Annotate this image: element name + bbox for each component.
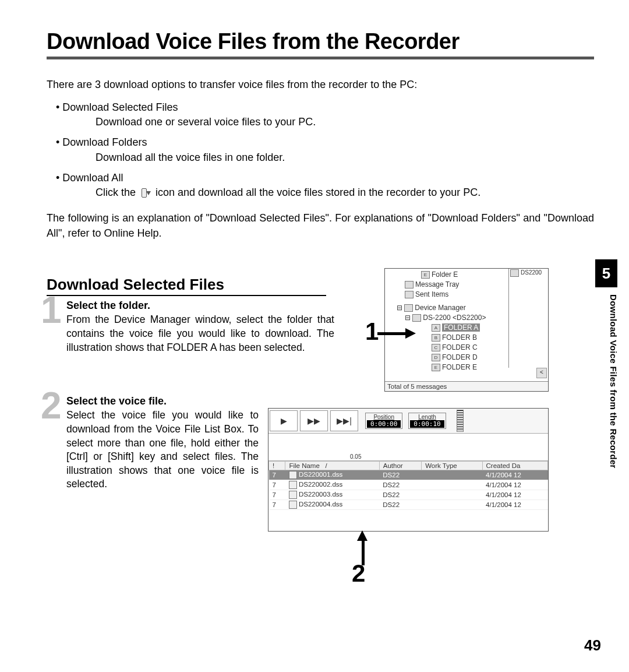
folder-icon: E [432, 364, 440, 371]
step-title: Select the folder. [66, 300, 594, 312]
cell-worktype [422, 500, 482, 510]
folder-icon: E [421, 271, 430, 279]
cell-filename: DS220004.dss [285, 500, 379, 510]
tree-label: Sent Items [415, 290, 448, 298]
table-row[interactable]: 7 DS220003.dss DS22 4/1/2004 12 [269, 490, 548, 500]
cell-priority: 7 [269, 500, 285, 510]
cell-author: DS22 [379, 500, 421, 510]
section-divider [47, 295, 326, 296]
sent-icon [405, 291, 414, 298]
status-bar: Total of 5 messages [385, 381, 548, 391]
option-title: Download All [56, 172, 123, 184]
step-1: 1 Select the folder. From the Device Man… [47, 300, 594, 354]
step-2: 2 Select the voice file. Select the voic… [47, 395, 594, 491]
tree-label: Message Tray [415, 280, 459, 288]
option-desc: Click the icon and download all the voic… [56, 185, 594, 200]
audio-file-icon [289, 491, 297, 499]
scroll-left-button[interactable]: < [536, 368, 547, 378]
download-all-icon [141, 188, 150, 198]
side-running-title: Download Voice Files from the Recorder [609, 294, 619, 469]
page-number: 49 [584, 636, 601, 655]
folder-icon: D [432, 354, 440, 361]
cell-priority: 7 [269, 490, 285, 500]
cell-created: 4/1/2004 12 [482, 490, 547, 500]
option-all: Download All Click the icon and download… [56, 171, 594, 200]
tree-label: FOLDER E [442, 363, 477, 371]
title-divider [47, 57, 594, 59]
chapter-tab: 5 [595, 259, 617, 287]
step-text: From the Device Manager window, select t… [66, 313, 334, 354]
desc-pre: Click the [96, 187, 139, 198]
audio-file-icon [289, 501, 297, 509]
cell-worktype [422, 490, 482, 500]
option-desc: Download one or several voice files to y… [56, 115, 594, 129]
options-list: Download Selected Files Download one or … [47, 100, 594, 200]
option-selected-files: Download Selected Files Download one or … [56, 100, 594, 129]
option-title: Download Folders [56, 136, 147, 148]
option-desc: Download all the voice files in one fold… [56, 150, 594, 165]
file-icon [510, 269, 519, 277]
cell-created: 4/1/2004 12 [482, 500, 547, 510]
option-folders: Download Folders Download all the voice … [56, 135, 594, 164]
tray-icon [405, 281, 414, 288]
step-title: Select the voice file. [66, 395, 594, 407]
callout-2: 2 [352, 560, 365, 587]
cell-filename: DS220003.dss [285, 490, 379, 500]
table-row[interactable]: 7 DS220004.dss DS22 4/1/2004 12 [269, 500, 548, 510]
option-title: Download Selected Files [56, 101, 178, 113]
right-pane-label: DS2200 [521, 269, 542, 276]
step-text: Select the voice file you would like to … [66, 409, 259, 491]
cell-author: DS22 [379, 490, 421, 500]
intro-text: There are 3 download options to transfer… [47, 77, 594, 92]
desc-post: icon and download all the voice files st… [156, 187, 480, 198]
page-title: Download Voice Files from the Recorder [47, 29, 594, 54]
tree-label: Folder E [432, 270, 458, 279]
explanation-text: The following is an explanation of "Down… [47, 210, 594, 241]
